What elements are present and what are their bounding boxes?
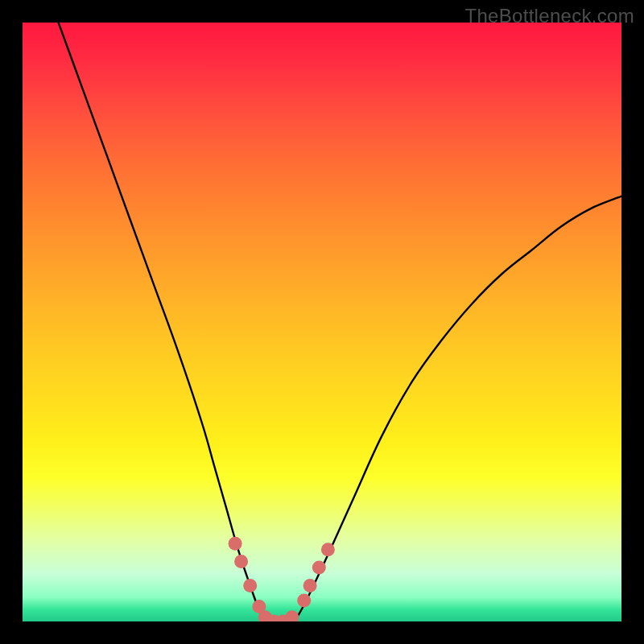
highlight-dot xyxy=(303,579,317,592)
bottleneck-curve-path xyxy=(59,23,621,621)
highlight-dot xyxy=(229,537,242,551)
highlight-dot xyxy=(243,579,257,592)
highlight-dot xyxy=(234,555,248,568)
highlight-dot xyxy=(297,594,311,608)
chart-plot-area xyxy=(23,23,621,621)
highlight-dot xyxy=(312,561,326,575)
highlight-dot xyxy=(321,543,335,556)
chart-svg xyxy=(23,23,621,621)
highlight-dots-group xyxy=(229,537,335,621)
watermark-text: TheBottleneck.com xyxy=(464,5,634,27)
highlight-dot xyxy=(285,610,299,621)
